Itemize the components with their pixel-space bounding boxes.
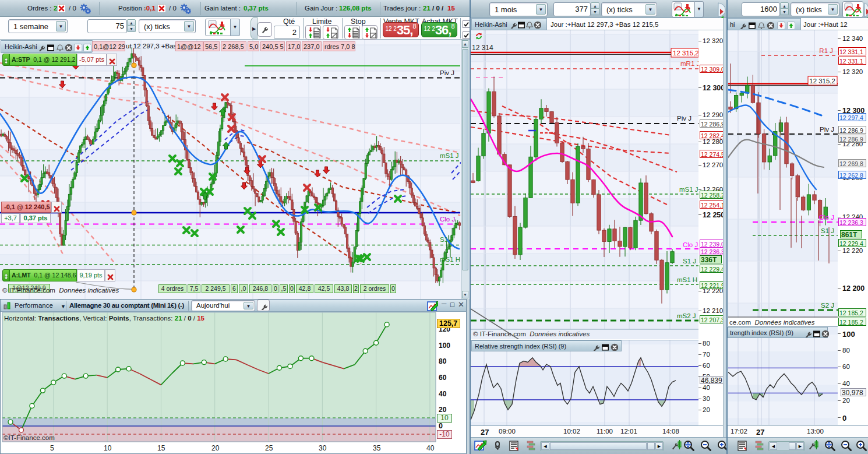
- svg-text:Clo J: Clo J: [683, 241, 698, 248]
- svg-text:mS2 J: mS2 J: [677, 312, 696, 319]
- svg-text:mS1 J: mS1 J: [679, 186, 698, 193]
- svg-text:mR1 J: mR1 J: [680, 60, 698, 67]
- svg-text:R1 J: R1 J: [819, 47, 833, 54]
- svg-text:12 315,2: 12 315,2: [809, 78, 835, 85]
- svg-text:Piv J: Piv J: [677, 115, 691, 122]
- svg-text:Clo J: Clo J: [819, 214, 834, 221]
- svg-text:S2 J: S2 J: [821, 302, 834, 309]
- svg-text:S1 J: S1 J: [821, 227, 834, 234]
- svg-text:12 315,2: 12 315,2: [673, 50, 698, 57]
- svg-text:S1 J: S1 J: [683, 258, 696, 265]
- svg-text:mS1 H: mS1 H: [677, 276, 697, 283]
- svg-text:Piv J: Piv J: [820, 126, 834, 133]
- svg-text:12 314: 12 314: [472, 44, 493, 52]
